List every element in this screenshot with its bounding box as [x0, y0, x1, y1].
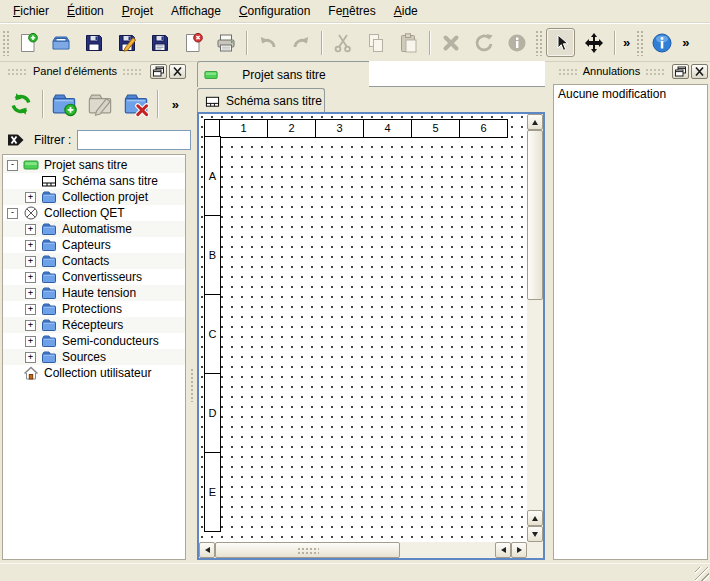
new-category-button[interactable] [49, 89, 79, 119]
select-tool-button[interactable] [546, 28, 575, 57]
menu-projet[interactable]: Projet [113, 1, 162, 21]
expand-icon[interactable]: + [25, 336, 36, 347]
edit-category-button[interactable] [85, 89, 115, 119]
expand-icon[interactable]: + [25, 320, 36, 331]
reload-collections-button[interactable] [6, 89, 36, 119]
tree-item-convertisseurs[interactable]: +Convertisseurs [3, 269, 185, 285]
expand-icon[interactable]: + [25, 288, 36, 299]
expand-icon[interactable]: + [25, 272, 36, 283]
tree-item-sources[interactable]: +Sources [3, 349, 185, 365]
close-panel-button[interactable] [691, 64, 708, 79]
menu-affichage[interactable]: Affichage [162, 1, 230, 21]
scroll-down-button[interactable] [527, 526, 543, 542]
save-button[interactable] [79, 28, 108, 57]
tree-item-recepteurs[interactable]: +Récepteurs [3, 317, 185, 333]
tree-item-label: Projet sans titre [44, 158, 127, 172]
tree-item-protections[interactable]: +Protections [3, 301, 185, 317]
float-panel-button[interactable] [150, 64, 167, 79]
column-header: 5 [411, 119, 460, 138]
close-icon [170, 65, 185, 78]
float-panel-button[interactable] [672, 64, 689, 79]
vertical-scroll-thumb[interactable] [527, 130, 543, 300]
expand-icon[interactable]: + [25, 352, 36, 363]
diagram-info-button[interactable] [647, 28, 676, 57]
frame-row-headers: A B C D E [204, 137, 221, 532]
floppy-pencil-icon [116, 32, 138, 54]
diagram-scene[interactable]: 1 2 3 4 5 6 A B C D E [199, 114, 527, 542]
rotate-button[interactable] [469, 28, 498, 57]
delete-x-icon [440, 32, 462, 54]
open-project-button[interactable] [46, 28, 75, 57]
expand-icon[interactable]: + [25, 240, 36, 251]
right-arrow-icon [517, 547, 522, 553]
cut-button[interactable] [328, 28, 357, 57]
tree-item-collection-utilisateur[interactable]: Collection utilisateur [3, 365, 185, 381]
folder-icon [41, 221, 57, 237]
toolbar-overflow-button[interactable]: » [678, 35, 693, 50]
scroll-left-button[interactable] [199, 542, 215, 558]
close-panel-button[interactable] [169, 64, 186, 79]
tree-item-schema[interactable]: Schéma sans titre [3, 173, 185, 189]
menu-aide[interactable]: Aide [385, 1, 427, 21]
delete-category-button[interactable] [121, 89, 151, 119]
menu-fichier[interactable]: Fichier [4, 1, 58, 21]
toolbar-drag-handle[interactable] [2, 30, 9, 56]
collapse-icon[interactable]: - [7, 208, 18, 219]
panel-overflow-button[interactable]: » [168, 97, 183, 112]
menu-configuration[interactable]: Configuration [230, 1, 319, 21]
tree-item-haute-tension[interactable]: +Haute tension [3, 285, 185, 301]
tree-item-collection-qet[interactable]: -Collection QET [3, 205, 185, 221]
float-icon [673, 65, 688, 78]
tree-item-project[interactable]: -Projet sans titre [3, 157, 185, 173]
print-button[interactable] [211, 28, 240, 57]
element-info-button[interactable] [502, 28, 531, 57]
menu-fenetres[interactable]: Fenêtres [319, 1, 384, 21]
tree-item-collection-projet[interactable]: +Collection projet [3, 189, 185, 205]
save-all-button[interactable] [145, 28, 174, 57]
undo-list-item[interactable]: Aucune modification [554, 85, 707, 103]
save-as-button[interactable] [112, 28, 141, 57]
tree-item-capteurs[interactable]: +Capteurs [3, 237, 185, 253]
filter-input[interactable] [77, 130, 191, 150]
paste-button[interactable] [394, 28, 423, 57]
move-tool-button[interactable] [579, 28, 608, 57]
undo-button[interactable] [253, 28, 282, 57]
scroll-up-button[interactable] [527, 114, 543, 130]
toolbar-drag-handle[interactable] [636, 30, 643, 56]
expand-icon[interactable]: + [25, 256, 36, 267]
tree-item-semi-conducteurs[interactable]: +Semi-conducteurs [3, 333, 185, 349]
toolbar-drag-handle[interactable] [535, 30, 542, 56]
resize-grip[interactable] [695, 567, 709, 581]
vertical-scrollbar[interactable] [527, 114, 543, 542]
close-document-button[interactable] [178, 28, 207, 57]
left-arrow-icon [501, 547, 506, 553]
scroll-left-button-2[interactable] [495, 542, 511, 558]
tree-item-automatisme[interactable]: +Automatisme [3, 221, 185, 237]
undo-arrow-icon [257, 32, 279, 54]
new-document-button[interactable] [13, 28, 42, 57]
tree-item-label: Semi-conducteurs [62, 334, 159, 348]
expand-icon[interactable]: + [25, 192, 36, 203]
elements-panel-titlebar[interactable]: Panel d'éléments [2, 62, 186, 80]
copy-button[interactable] [361, 28, 390, 57]
scroll-up-button-2[interactable] [527, 510, 543, 526]
delete-button[interactable] [436, 28, 465, 57]
horizontal-scrollbar[interactable] [199, 542, 527, 558]
expand-icon[interactable]: + [25, 224, 36, 235]
filter-row: Filtrer : [0, 128, 194, 152]
clear-filter-icon[interactable] [6, 130, 26, 150]
toolbar-overflow-button[interactable]: » [619, 35, 634, 50]
undo-panel-titlebar[interactable]: Annulations [553, 62, 708, 80]
panel-splitter[interactable] [189, 60, 196, 563]
expand-icon[interactable]: + [25, 304, 36, 315]
toolbar-separator [157, 90, 158, 118]
collapse-icon[interactable]: - [7, 160, 18, 171]
folder-icon [41, 285, 57, 301]
scroll-right-button[interactable] [511, 542, 527, 558]
tree-item-contacts[interactable]: +Contacts [3, 253, 185, 269]
tab-projet-sans-titre[interactable]: Projet sans titre [197, 61, 371, 87]
redo-button[interactable] [286, 28, 315, 57]
menu-edition[interactable]: Édition [58, 1, 113, 21]
tab-schema-sans-titre[interactable]: Schéma sans titre [197, 88, 325, 113]
horizontal-scroll-thumb[interactable] [215, 542, 400, 558]
